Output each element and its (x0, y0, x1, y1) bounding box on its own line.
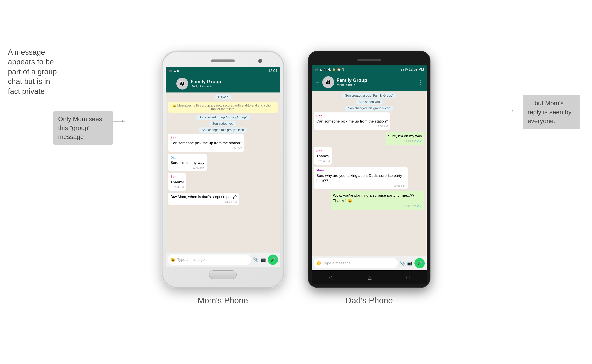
dad-msg-1: Son Can someone pick me up from the stat… (314, 112, 424, 130)
dad-screen: 📹 ▲ 📷 ⏻ 🔒 🏠 N 27% 12:09 PM ← 👨‍👩‍👦 (312, 65, 427, 270)
scene: A message appears to be part of a group … (0, 0, 592, 364)
mom-phone-top-bar (166, 55, 280, 67)
mom-mic-button[interactable]: 🎤 (268, 254, 278, 265)
moms-phone: 📹 ▲ ▶ 12:04 ← 👨‍👩‍👦 Family Group Dad, So… (162, 51, 284, 288)
mom-msg-3: Son Thanks! 12:04 PM (168, 173, 278, 191)
dad-input-box[interactable]: 😊 Type a message (314, 258, 398, 268)
phones-container: 📹 ▲ ▶ 12:04 ← 👨‍👩‍👦 Family Group Dad, So… (162, 51, 430, 305)
mom-phone-label: Mom's Phone (197, 296, 248, 305)
dad-bubble-1: Son Can someone pick me up from the stat… (314, 112, 390, 130)
mom-more-options[interactable]: ⋮ (271, 80, 277, 87)
dad-bubble-4-time: 12:06 PM (316, 184, 405, 188)
mom-system-msg-2: Son added you (168, 121, 278, 126)
left-annotation: A message appears to be part of a group … (8, 47, 59, 96)
dad-status-right: 27% 12:09 PM (401, 67, 424, 72)
dad-mic-button[interactable]: 🎤 (414, 258, 425, 268)
dads-phone-wrapper: 📹 ▲ 📷 ⏻ 🔒 🏠 N 27% 12:09 PM ← 👨‍👩‍👦 (308, 51, 430, 305)
mom-front-camera (258, 59, 262, 63)
mom-bubble-4-text: Btw Mom, when is dad's surprise party? (171, 194, 237, 200)
dad-phone-top-bar (312, 55, 427, 65)
mom-back-button[interactable]: ← (168, 80, 174, 87)
mom-chat-input-row: 😊 Type a message 📎 📷 🎤 (166, 253, 280, 267)
dad-chat-input-row: 😊 Type a message 📎 📷 🎤 (312, 256, 427, 270)
dad-bubble-5: Wow, you're planning a surprise party fo… (331, 191, 424, 210)
dad-bubble-3: Son Thanks! 12:04 PM (314, 147, 332, 165)
dad-msg-2: Sure, I'm on my way 12:02 PM ✓✓ (314, 132, 424, 145)
mom-bubble-3-time: 12:04 PM (171, 185, 184, 189)
mom-speaker (211, 59, 235, 62)
dad-attachment-icon[interactable]: 📎 (400, 261, 405, 266)
mom-camera-icon[interactable]: 📷 (260, 257, 266, 262)
dad-nav-bar: ◁ △ □ (312, 270, 427, 284)
mom-date-badge: TODAY (168, 95, 278, 99)
mom-phone-bottom (166, 267, 280, 283)
dad-emoji-icon[interactable]: 😊 (316, 261, 321, 266)
mom-bubble-2-text: Sure, I'm on my way (171, 160, 204, 165)
dad-bubble-1-time: 11:59 AM (316, 124, 388, 129)
mom-msg-4: Btw Mom, when is dad's surprise party? 1… (168, 193, 278, 205)
mom-header-info: Family Group Dad, Son, You (191, 79, 269, 88)
dad-bubble-5-time: 12:09 PM ✓✓ (333, 204, 422, 208)
mom-status-left: 📹 ▲ ▶ (168, 69, 180, 73)
back-nav-icon[interactable]: ◁ (329, 274, 333, 280)
dad-bubble-5-text: Wow, you're planning a surprise party fo… (333, 193, 422, 203)
mom-status-icons: 📹 ▲ ▶ (168, 69, 180, 73)
dad-speaker (357, 59, 381, 61)
dad-group-name: Family Group (336, 78, 416, 83)
only-mom-annotation: Only Mom sees this "group" message (53, 111, 113, 145)
dad-bubble-3-time: 12:04 PM (316, 159, 330, 163)
dad-group-members: Mom, Son, You (336, 83, 416, 87)
dad-bubble-1-sender: Son (316, 114, 388, 118)
mom-wa-header: ← 👨‍👩‍👦 Family Group Dad, Son, You ⋮ (166, 75, 280, 92)
mom-bubble-2-time: 12:02 PM (171, 166, 204, 170)
mom-bubble-1-time: 11:59 AM (171, 146, 242, 150)
dad-msg-5: Wow, you're planning a surprise party fo… (314, 191, 424, 210)
mom-bubble-2: Dad Sure, I'm on my way 12:02 PM (168, 154, 207, 171)
dad-more-options[interactable]: ⋮ (418, 79, 424, 85)
dad-chat-area: Son created group "Family Group" Son add… (312, 91, 427, 256)
mom-bubble-4-time: 12:04 PM (171, 200, 237, 204)
dad-phone-label: Dad's Phone (345, 296, 393, 305)
dad-msg-4: Mom Son, why are you talking about Dad's… (314, 167, 424, 189)
mom-attachment-icon[interactable]: 📎 (253, 257, 258, 262)
dad-group-avatar: 👨‍👩‍👦 (322, 76, 334, 88)
mom-status-time: 12:04 (268, 69, 277, 73)
mom-bubble-1-text: Can someone pick me up from the station? (171, 141, 242, 146)
mom-bubble-1-sender: Son (171, 136, 242, 140)
dad-bubble-4-sender: Mom (316, 168, 405, 173)
dad-status-bar: 📹 ▲ 📷 ⏻ 🔒 🏠 N 27% 12:09 PM (312, 65, 427, 73)
dad-bubble-3-text: Thanks! (316, 154, 330, 159)
recents-nav-icon[interactable]: □ (406, 274, 409, 280)
mom-group-members: Dad, Son, You (191, 84, 269, 88)
dad-back-button[interactable]: ← (314, 79, 320, 85)
mom-group-avatar: 👨‍👩‍👦 (176, 78, 188, 90)
moms-phone-wrapper: 📹 ▲ ▶ 12:04 ← 👨‍👩‍👦 Family Group Dad, So… (162, 51, 284, 305)
but-moms-reply-annotation: ....but Mom's reply is seen by everyone. (523, 95, 580, 129)
dad-bubble-2-time: 12:02 PM ✓✓ (388, 139, 422, 143)
mom-msg-1: Son Can someone pick me up from the stat… (168, 134, 278, 152)
mom-chat-area: TODAY 🔒 Messages to this group are now s… (166, 92, 280, 253)
only-mom-arrow (113, 121, 125, 122)
dad-msg-3: Son Thanks! 12:04 PM (314, 147, 424, 165)
mom-bubble-3: Son Thanks! 12:04 PM (168, 173, 186, 191)
dad-status-icons: 📹 ▲ 📷 ⏻ 🔒 🏠 N (314, 68, 344, 71)
dad-bubble-1-text: Can someone pick me up from the station? (316, 119, 388, 124)
dad-time: 12:09 PM (409, 67, 424, 71)
mom-system-msg-1: Son created group "Family Group" (168, 115, 278, 120)
mom-input-box[interactable]: 😊 Type a message (168, 254, 251, 265)
dad-wa-header: ← 👨‍👩‍👦 Family Group Mom, Son, You ⋮ (312, 73, 427, 91)
dad-system-msg-3: Son changed this group's icon (314, 106, 424, 111)
mom-home-button[interactable] (209, 270, 237, 279)
dad-placeholder: Type a message (323, 261, 351, 265)
dad-header-info: Family Group Mom, Son, You (336, 78, 416, 87)
dad-bubble-2: Sure, I'm on my way 12:02 PM ✓✓ (386, 132, 424, 145)
home-nav-icon[interactable]: △ (368, 274, 372, 280)
mom-status-bar: 📹 ▲ ▶ 12:04 (166, 67, 280, 75)
dad-bubble-3-sender: Son (316, 149, 330, 153)
mom-system-msg-3: Son changed this group's icon (168, 127, 278, 133)
emoji-icon[interactable]: 😊 (171, 258, 175, 262)
mom-encryption-notice: 🔒 Messages to this group are now secured… (168, 102, 278, 113)
dad-camera-icon[interactable]: 📷 (407, 261, 413, 266)
dad-battery: 27% (401, 67, 408, 71)
dad-bubble-4: Mom Son, why are you talking about Dad's… (314, 167, 408, 189)
